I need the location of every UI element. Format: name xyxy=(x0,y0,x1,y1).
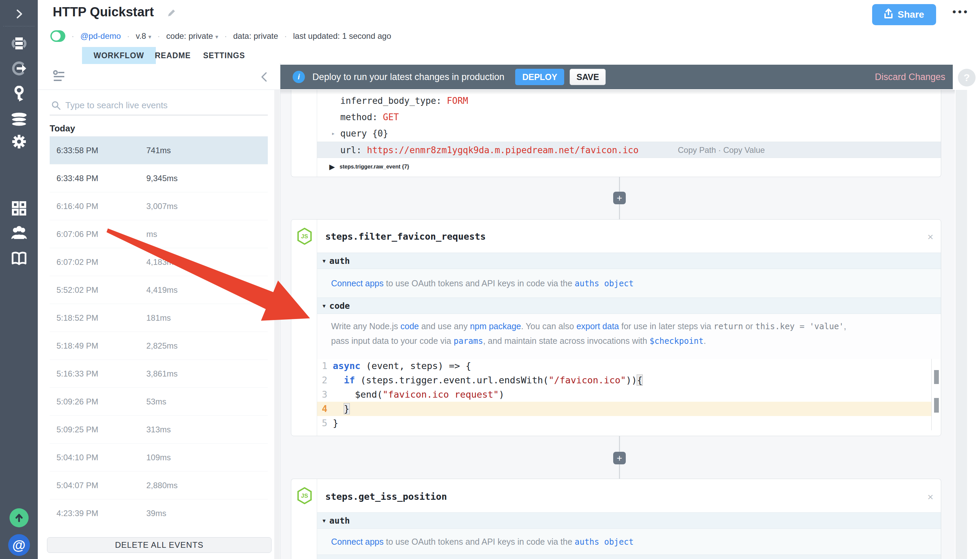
event-list-item[interactable]: 6:16:40 PM3,007ms xyxy=(49,192,268,220)
step-card-filter-favicon-requests: JS steps.filter_favicon_requests × ▼ aut… xyxy=(291,219,941,436)
result-row[interactable]: method: GET xyxy=(317,109,941,125)
step-title[interactable]: steps.get_iss_position xyxy=(325,491,447,502)
live-events-panel: Today 6:33:58 PM741ms6:33:48 PM9,345ms6:… xyxy=(38,63,280,559)
editor-scrollbar[interactable] xyxy=(931,359,941,430)
dot-separator: · xyxy=(127,31,130,41)
add-step-button[interactable]: + xyxy=(613,192,626,204)
search-input[interactable] xyxy=(65,96,266,115)
step-card-get-iss-position: JS steps.get_iss_position × ▼ auth Conne… xyxy=(291,479,941,559)
event-list-item[interactable]: 6:33:58 PM741ms xyxy=(49,136,268,164)
event-list-item[interactable]: 6:07:06 PMms xyxy=(49,220,268,248)
expand-arrow-icon[interactable]: ▶ xyxy=(329,159,335,175)
expand-chevron-icon[interactable] xyxy=(0,8,38,20)
workflows-icon[interactable] xyxy=(0,36,38,51)
nodejs-icon: JS xyxy=(297,228,312,245)
events-panel-header xyxy=(38,63,280,90)
collapse-triangle-icon: ▼ xyxy=(322,303,327,309)
code-line[interactable]: 4 } xyxy=(317,402,931,416)
code-editor[interactable]: 1async (event, steps) => {2 if (steps.tr… xyxy=(317,359,941,430)
trigger-result-card: inferred_body_type: FORMmethod: GET▸quer… xyxy=(291,90,941,177)
event-list-item[interactable]: 5:04:10 PM109ms xyxy=(49,443,268,471)
info-icon: i xyxy=(293,71,305,83)
result-row[interactable]: inferred_body_type: FORM xyxy=(317,93,941,109)
connect-apps-text[interactable]: Connect apps to use OAuth tokens and API… xyxy=(317,537,634,547)
dot-separator: · xyxy=(158,31,160,41)
share-label: Share xyxy=(898,9,924,20)
event-list-item[interactable]: 5:16:33 PM3,861ms xyxy=(49,359,268,387)
result-row[interactable]: url: https://enmr8zm1ygqk9da.m.pipedream… xyxy=(317,142,941,158)
event-list-item[interactable]: 5:04:07 PM2,880ms xyxy=(49,471,268,499)
docs-book-icon[interactable] xyxy=(0,251,38,266)
events-group-label: Today xyxy=(49,123,75,134)
workflow-meta-row: · @pd-demo · v.8 ▾ · code: private ▾ · d… xyxy=(50,29,391,43)
event-list-item[interactable]: 5:18:52 PM181ms xyxy=(49,304,268,332)
account-avatar[interactable]: @ xyxy=(8,534,30,556)
code-line[interactable]: 3 $end("favicon.ico request") xyxy=(317,387,931,402)
copy-path-copy-value[interactable]: Copy Path · Copy Value xyxy=(678,142,765,158)
canvas-scrollbar-track[interactable] xyxy=(955,90,967,559)
save-button[interactable]: SAVE xyxy=(570,69,606,85)
chevron-down-icon: ▾ xyxy=(148,34,152,40)
upgrade-icon[interactable] xyxy=(10,508,28,528)
code-section-header-partial[interactable]: ▼ code xyxy=(317,554,941,559)
search-row xyxy=(49,96,268,116)
auth-section-header[interactable]: ▼ auth xyxy=(317,513,941,529)
code-line[interactable]: 1async (event, steps) => { xyxy=(317,359,931,373)
tab-settings[interactable]: SETTINGS xyxy=(191,47,257,64)
owner-link[interactable]: @pd-demo xyxy=(80,31,121,41)
event-list-item[interactable]: 6:07:02 PM4,183ms xyxy=(49,248,268,276)
people-icon[interactable] xyxy=(0,226,38,240)
editor-scroll-thumb[interactable] xyxy=(934,398,939,413)
events-scrollbar-track[interactable] xyxy=(274,90,280,559)
apps-grid-icon[interactable] xyxy=(0,201,38,216)
deploy-message: Deploy to run your latest changes in pro… xyxy=(312,72,504,83)
editor-scroll-thumb[interactable] xyxy=(934,370,939,384)
deploy-banner: i Deploy to run your latest changes in p… xyxy=(280,64,953,89)
database-icon[interactable] xyxy=(0,112,38,127)
delete-all-events-button[interactable]: DELETE ALL EVENTS xyxy=(47,537,272,553)
event-list-item[interactable]: 5:09:25 PM313ms xyxy=(49,415,268,443)
code-line[interactable]: 2 if (steps.trigger.event.url.endsWith("… xyxy=(317,373,931,387)
result-row[interactable]: ▸query {0} xyxy=(317,125,941,142)
collapse-panel-icon[interactable] xyxy=(260,71,268,84)
version-dropdown[interactable]: v.8 ▾ xyxy=(136,31,151,41)
close-icon[interactable]: × xyxy=(927,492,934,502)
dot-separator: · xyxy=(224,31,227,41)
settings-gear-icon[interactable] xyxy=(0,134,38,150)
add-step-button[interactable]: + xyxy=(613,452,626,464)
event-list-item[interactable]: 5:52:02 PM4,419ms xyxy=(49,276,268,304)
code-line[interactable]: 5} xyxy=(317,416,931,430)
auth-section-header[interactable]: ▼ auth xyxy=(317,253,941,269)
event-list-item[interactable]: 4:23:39 PM39ms xyxy=(49,499,268,527)
dot-separator: · xyxy=(71,31,74,41)
help-button[interactable]: ? xyxy=(958,69,975,86)
auth-section-body: Connect apps to use OAuth tokens and API… xyxy=(317,529,941,554)
search-icon xyxy=(51,101,61,112)
code-description-line[interactable]: pass input data to your code via params,… xyxy=(317,336,941,346)
share-button[interactable]: Share xyxy=(872,4,936,25)
sources-icon[interactable] xyxy=(0,61,38,76)
auth-section-body: Connect apps to use OAuth tokens and API… xyxy=(317,269,941,298)
deploy-button[interactable]: DEPLOY xyxy=(515,69,564,85)
data-privacy-label: data: private xyxy=(233,31,278,41)
raw-event-row[interactable]: ▶ steps.trigger.raw_event {7} xyxy=(317,159,941,175)
edit-title-pencil-icon[interactable] xyxy=(166,8,177,20)
step-title[interactable]: steps.filter_favicon_requests xyxy=(325,231,485,242)
close-icon[interactable]: × xyxy=(927,232,934,242)
expand-arrow-icon[interactable]: ▸ xyxy=(332,125,335,142)
event-list-item[interactable]: 5:09:26 PM53ms xyxy=(49,387,268,415)
event-list-item[interactable]: 5:18:49 PM2,825ms xyxy=(49,332,268,359)
code-privacy-dropdown[interactable]: code: private ▾ xyxy=(167,31,218,41)
chevron-down-icon: ▾ xyxy=(215,34,218,40)
filter-list-icon[interactable] xyxy=(53,70,66,84)
deployed-toggle[interactable] xyxy=(50,30,65,42)
workflow-header: HTTP Quickstart Share ••• · @pd-demo · v… xyxy=(38,0,980,51)
connect-apps-text[interactable]: Connect apps to use OAuth tokens and API… xyxy=(317,278,634,288)
more-options-button[interactable]: ••• xyxy=(952,6,970,18)
event-list-item[interactable]: 6:33:48 PM9,345ms xyxy=(49,164,268,192)
key-icon[interactable] xyxy=(0,86,38,102)
code-lines[interactable]: 1async (event, steps) => {2 if (steps.tr… xyxy=(317,359,931,430)
code-section-header[interactable]: ▼ code xyxy=(317,298,941,314)
code-description-line[interactable]: Write any Node.js code and use any npm p… xyxy=(317,321,941,331)
discard-changes-button[interactable]: Discard Changes xyxy=(875,64,945,89)
